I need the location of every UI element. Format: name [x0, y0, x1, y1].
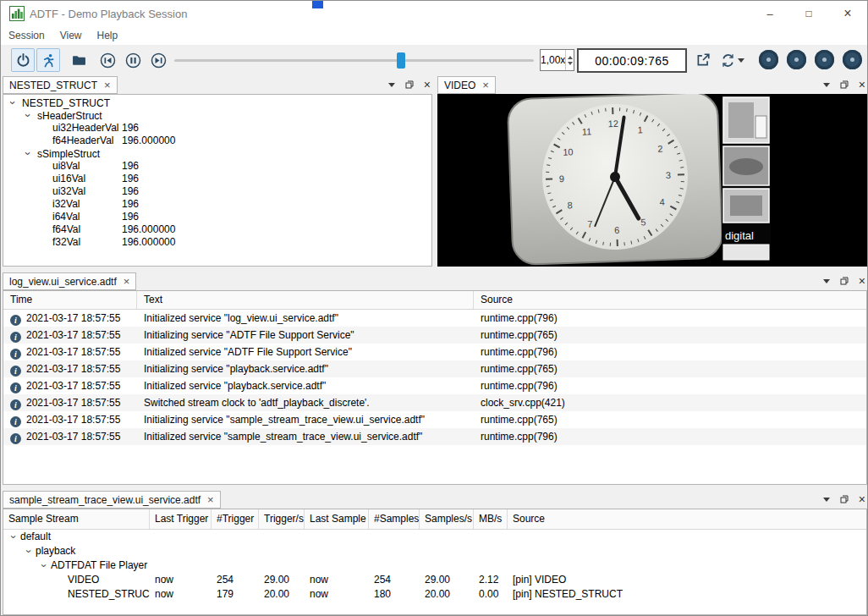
- toolbar-round-button-3[interactable]: [815, 50, 834, 69]
- close-panel-icon[interactable]: ×: [859, 493, 865, 505]
- tree-row[interactable]: ui32Val196: [3, 185, 431, 198]
- titlebar[interactable]: ADTF - Demo Playback Session – □ ×: [1, 1, 867, 26]
- seek-slider[interactable]: [174, 48, 534, 72]
- detach-player-button[interactable]: [691, 48, 715, 72]
- tree-row[interactable]: f64HeaderVal196.000000: [3, 135, 431, 147]
- expand-arrow-icon[interactable]: ›: [22, 150, 35, 158]
- tree-row[interactable]: ›NESTED_STRUCT: [3, 96, 431, 109]
- nested-struct-panel-titlebar[interactable]: NESTED_STRUCT × ×: [1, 75, 434, 94]
- trace-panel-titlebar[interactable]: sample_stream_trace_view.ui_service.adtf…: [1, 490, 868, 509]
- tab-log-view[interactable]: log_view.ui_service.adtf ×: [3, 272, 136, 290]
- dock-menu-icon[interactable]: [823, 83, 830, 87]
- speed-value: 1,00x: [541, 54, 565, 66]
- tree-item-value: 196: [122, 198, 139, 211]
- speed-spinbox[interactable]: 1,00x: [540, 49, 574, 71]
- trace-row[interactable]: ›ADTFDAT File Player: [3, 558, 866, 573]
- playback-time-field[interactable]: 00:00:09:765: [577, 48, 687, 73]
- float-panel-icon[interactable]: [840, 80, 849, 89]
- video-panel-titlebar[interactable]: VIDEO × ×: [436, 75, 868, 94]
- tree-row[interactable]: f32Val196.000000: [3, 236, 431, 249]
- loop-dropdown-icon[interactable]: [738, 58, 744, 63]
- tree-row[interactable]: f64Val196.000000: [3, 223, 431, 236]
- log-row[interactable]: i2021-03-17 18:57:55Initializing service…: [3, 327, 866, 344]
- run-session-button[interactable]: [36, 48, 60, 72]
- power-session-button[interactable]: [11, 48, 35, 72]
- expand-arrow-icon[interactable]: ›: [36, 562, 51, 570]
- trace-row[interactable]: NESTED_STRUCTnow17920.00now18020.000.00[…: [3, 587, 866, 602]
- column-header-source[interactable]: Source: [508, 509, 866, 529]
- seek-slider-handle[interactable]: [397, 52, 405, 69]
- float-panel-icon[interactable]: [405, 80, 414, 89]
- spin-up-icon[interactable]: [568, 56, 573, 59]
- log-row[interactable]: i2021-03-17 18:57:55Initialized service …: [3, 377, 866, 394]
- expand-arrow-icon[interactable]: ›: [7, 99, 19, 107]
- tree-row[interactable]: i32Val196: [3, 198, 431, 211]
- close-panel-icon[interactable]: ×: [859, 79, 865, 91]
- skip-to-start-button[interactable]: [96, 48, 119, 72]
- toolbar-round-button-2[interactable]: [787, 50, 806, 69]
- expand-arrow-icon[interactable]: ›: [21, 547, 36, 556]
- column-header-text[interactable]: Text: [137, 291, 474, 309]
- column-header-source[interactable]: Source: [474, 291, 866, 309]
- log-panel-titlebar[interactable]: log_view.ui_service.adtf × ×: [1, 272, 868, 290]
- log-row[interactable]: i2021-03-17 18:57:55Switched stream cloc…: [3, 394, 866, 411]
- dock-menu-icon[interactable]: [823, 279, 830, 283]
- column-header-sample-stream[interactable]: Sample Stream: [3, 509, 150, 529]
- tree-row[interactable]: ›sSimpleStruct: [3, 147, 431, 160]
- tab-trace-view[interactable]: sample_stream_trace_view.ui_service.adtf…: [3, 491, 221, 509]
- tab-close-icon[interactable]: ×: [482, 80, 489, 91]
- spin-down-icon[interactable]: [568, 62, 573, 65]
- close-panel-icon[interactable]: ×: [859, 275, 865, 287]
- column-header-num-trigger[interactable]: #Trigger: [212, 509, 259, 529]
- maximize-button[interactable]: □: [789, 1, 828, 26]
- tab-close-icon[interactable]: ×: [207, 494, 214, 505]
- loop-mode-button[interactable]: [717, 48, 747, 72]
- trace-row[interactable]: VIDEOnow25429.00now25429.002.12[pin] VID…: [3, 573, 866, 587]
- menu-session[interactable]: Session: [1, 26, 52, 45]
- tab-close-icon[interactable]: ×: [124, 276, 130, 287]
- seek-slider-track[interactable]: [174, 59, 534, 62]
- column-header-mb-per-s[interactable]: MB/s: [474, 509, 508, 529]
- dock-menu-icon[interactable]: [388, 83, 395, 87]
- log-row[interactable]: i2021-03-17 18:57:55Initialized service …: [3, 344, 866, 360]
- info-icon: i: [10, 315, 21, 326]
- menu-help[interactable]: Help: [90, 26, 126, 45]
- column-header-trigger-per-s[interactable]: Trigger/s: [259, 509, 305, 529]
- tree-row[interactable]: i64Val196: [3, 211, 431, 223]
- pause-button[interactable]: [121, 48, 145, 72]
- column-header-num-samples[interactable]: #Samples: [369, 509, 420, 529]
- toolbar-round-button-1[interactable]: [759, 50, 778, 69]
- log-row[interactable]: i2021-03-17 18:57:55Initialized service …: [3, 428, 866, 445]
- clock-numeral: 5: [640, 217, 646, 227]
- tab-video[interactable]: VIDEO ×: [437, 76, 496, 94]
- tree-row[interactable]: ui32HeaderVal196: [3, 122, 431, 135]
- expand-arrow-icon[interactable]: ›: [22, 112, 35, 120]
- close-button[interactable]: ×: [828, 1, 867, 26]
- float-panel-icon[interactable]: [840, 277, 849, 285]
- toolbar-round-button-4[interactable]: [843, 50, 862, 69]
- float-panel-icon[interactable]: [840, 495, 849, 503]
- column-header-last-trigger[interactable]: Last Trigger: [150, 509, 212, 529]
- minimize-button[interactable]: –: [750, 1, 789, 26]
- column-header-samples-per-s[interactable]: Samples/s: [420, 509, 474, 529]
- log-row[interactable]: i2021-03-17 18:57:55Initializing service…: [3, 411, 866, 428]
- column-header-last-sample[interactable]: Last Sample: [305, 509, 369, 529]
- log-row[interactable]: i2021-03-17 18:57:55Initialized service …: [3, 310, 866, 327]
- menu-view[interactable]: View: [52, 26, 90, 45]
- expand-arrow-icon[interactable]: ›: [6, 533, 20, 542]
- trace-row[interactable]: ›playback: [3, 544, 866, 558]
- close-panel-icon[interactable]: ×: [424, 79, 431, 91]
- trace-row[interactable]: ›default: [3, 530, 866, 544]
- column-header-time[interactable]: Time: [3, 291, 137, 309]
- skip-end-icon: [151, 52, 167, 69]
- skip-to-end-button[interactable]: [146, 48, 170, 72]
- tree-row[interactable]: ui16Val196: [3, 173, 431, 185]
- dock-menu-icon[interactable]: [823, 498, 830, 502]
- trace-cell: [150, 558, 212, 573]
- tab-close-icon[interactable]: ×: [104, 80, 111, 91]
- tree-row[interactable]: ui8Val196: [3, 160, 431, 173]
- log-row[interactable]: i2021-03-17 18:57:55Initializing service…: [3, 360, 866, 377]
- tab-nested-struct[interactable]: NESTED_STRUCT ×: [3, 76, 118, 94]
- open-file-button[interactable]: [67, 48, 91, 72]
- tree-row[interactable]: ›sHeaderStruct: [3, 109, 431, 122]
